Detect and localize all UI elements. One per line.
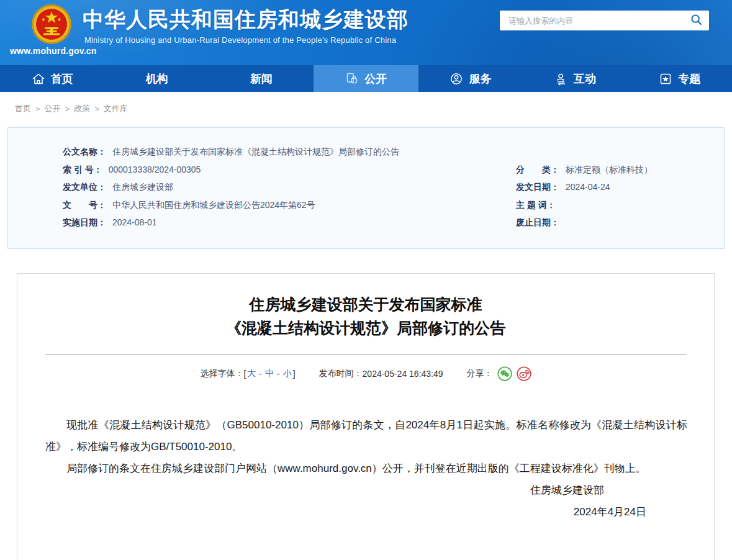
meta-value: 中华人民共和国住房和城乡建设部公告2024年第62号 [112, 200, 315, 211]
publish-time-value: 2024-05-24 16:43:49 [363, 369, 443, 379]
font-size-large-link[interactable]: 大 [247, 368, 256, 379]
meta-row-subject-terms: 主 题 词： [516, 200, 562, 212]
article-container: 住房城乡建设部关于发布国家标准 《混凝土结构设计规范》局部修订的公告 选择字体：… [17, 273, 715, 560]
meta-label: 发文日期： [516, 182, 559, 193]
site-url: www.mohurd.gov.cn [10, 46, 94, 56]
meta-row-index-number: 索 引 号： 000013338/2024-00305 [63, 165, 201, 177]
document-meta-box: 公文名称： 住房城乡建设部关于发布国家标准《混凝土结构设计规范》局部修订的公告 … [7, 127, 725, 249]
site-header: www.mohurd.gov.cn 中华人民共和国住房和城乡建设部 Minist… [0, 0, 732, 65]
breadcrumb-separator: > [94, 104, 99, 114]
main-nav: 首页 机构 新闻 公开 服务 [0, 65, 732, 92]
nav-item-label: 公开 [364, 71, 387, 86]
article-title-line1: 住房城乡建设部关于发布国家标准 [17, 292, 714, 316]
meta-value: 住房城乡建设部 [112, 182, 173, 193]
meta-row-repeal-date: 废止日期： [516, 217, 566, 230]
meta-value: 000013338/2024-00305 [109, 165, 201, 174]
meta-label: 索 引 号： [63, 165, 102, 176]
nav-item-news[interactable]: 新闻 [209, 65, 314, 92]
disclosure-icon [345, 72, 359, 86]
nav-item-interaction[interactable]: 互动 [523, 65, 627, 92]
meta-row-document-name: 公文名称： 住房城乡建设部关于发布国家标准《混凝土结构设计规范》局部修订的公告 [63, 147, 399, 159]
nav-item-topics[interactable]: 专题 [628, 65, 732, 92]
font-chooser-separator: - [277, 369, 280, 379]
share-group: 分享： [467, 366, 531, 381]
article-title-line2: 《混凝土结构设计规范》局部修订的公告 [17, 316, 714, 340]
title-divider [45, 354, 687, 355]
font-chooser-label: 选择字体： [200, 368, 243, 379]
meta-row-issue-date: 发文日期： 2024-04-24 [516, 182, 610, 194]
article-toolbar: 选择字体： [ 大 - 中 - 小 ] 发布时间： 2024-05-24 16:… [17, 365, 714, 382]
nav-item-services[interactable]: 服务 [418, 65, 523, 92]
publish-time-group: 发布时间： 2024-05-24 16:43:49 [319, 368, 443, 379]
nav-item-label: 机构 [146, 71, 168, 86]
topics-icon [659, 72, 672, 86]
nav-item-home[interactable]: 首页 [0, 65, 104, 92]
article-paragraph: 现批准《混凝土结构设计规范》（GB50010-2010）局部修订的条文，自202… [45, 414, 687, 458]
article-body: 现批准《混凝土结构设计规范》（GB50010-2010）局部修订的条文，自202… [45, 414, 687, 523]
meta-row-implementation-date: 实施日期： 2024-08-01 [63, 217, 157, 230]
meta-label: 实施日期： [63, 217, 106, 228]
meta-value: 2024-08-01 [112, 217, 157, 227]
meta-label: 公文名称： [63, 147, 106, 158]
meta-row-issuing-unit: 发文单位： 住房城乡建设部 [63, 182, 173, 194]
font-size-small-link[interactable]: 小 [283, 368, 292, 379]
font-chooser-bracket: ] [293, 369, 296, 379]
search-button[interactable] [688, 12, 705, 29]
nav-item-label: 新闻 [250, 71, 273, 86]
article-title: 住房城乡建设部关于发布国家标准 《混凝土结构设计规范》局部修订的公告 [17, 292, 714, 340]
site-title-english: Ministry of Housing and Urban-Rural Deve… [84, 35, 396, 45]
nav-item-label: 服务 [469, 71, 491, 86]
breadcrumb-disclosure[interactable]: 公开 [45, 103, 61, 114]
font-chooser-separator: - [259, 369, 262, 379]
meta-value: 住房城乡建设部关于发布国家标准《混凝土结构设计规范》局部修订的公告 [112, 147, 399, 158]
font-size-chooser: 选择字体： [ 大 - 中 - 小 ] [200, 368, 295, 379]
meta-row-category: 分 类： 标准定额（标准科技） [516, 165, 653, 177]
article-paragraph: 局部修订的条文在住房城乡建设部门户网站（www.mohurd.gov.cn）公开… [45, 458, 687, 479]
meta-value: 2024-04-24 [566, 182, 610, 192]
search-icon [690, 13, 703, 27]
weibo-share-icon[interactable] [517, 366, 531, 381]
nav-item-label: 首页 [51, 71, 73, 86]
meta-value: 标准定额（标准科技） [566, 165, 653, 176]
signature-organization: 住房城乡建设部 [45, 479, 687, 501]
breadcrumb-separator: > [65, 104, 70, 114]
search-input[interactable] [500, 11, 686, 30]
meta-row-document-number: 文 号： 中华人民共和国住房和城乡建设部公告2024年第62号 [63, 200, 315, 212]
interaction-icon [554, 72, 568, 86]
nav-item-label: 互动 [574, 71, 596, 86]
meta-label: 主 题 词： [516, 200, 556, 211]
font-chooser-bracket: [ [243, 369, 246, 379]
meta-label: 文 号： [63, 200, 106, 211]
publish-time-label: 发布时间： [319, 368, 363, 379]
breadcrumb-separator: > [35, 104, 40, 114]
nav-item-disclosure[interactable]: 公开 [314, 65, 418, 92]
font-size-medium-link[interactable]: 中 [265, 368, 274, 379]
service-icon [450, 72, 463, 86]
breadcrumb-home[interactable]: 首页 [15, 103, 31, 114]
meta-label: 分 类： [516, 165, 559, 176]
wechat-share-icon[interactable] [497, 366, 512, 381]
breadcrumb-document-library[interactable]: 文件库 [104, 103, 128, 114]
breadcrumb-policy[interactable]: 政策 [74, 103, 90, 114]
signature-date: 2024年4月24日 [45, 501, 687, 523]
nav-item-label: 专题 [678, 71, 700, 86]
share-label: 分享： [467, 368, 493, 379]
national-emblem-icon [31, 4, 72, 45]
nav-item-orgs[interactable]: 机构 [104, 65, 209, 92]
meta-label: 发文单位： [63, 182, 106, 193]
breadcrumb: 首页 > 公开 > 政策 > 文件库 [15, 103, 128, 114]
search-box [500, 11, 709, 30]
home-icon [32, 72, 45, 86]
site-title: 中华人民共和国住房和城乡建设部 [83, 6, 409, 34]
page: www.mohurd.gov.cn 中华人民共和国住房和城乡建设部 Minist… [0, 0, 732, 560]
meta-label: 废止日期： [516, 217, 559, 228]
